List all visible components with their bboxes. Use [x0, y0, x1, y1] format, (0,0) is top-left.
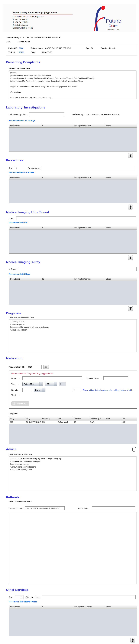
logo-care-re: re: [114, 24, 118, 28]
duration-input[interactable]: [22, 388, 32, 392]
recommended-procedures-link[interactable]: Recommended Procedures: [9, 171, 139, 174]
total-label: Total :: [11, 394, 21, 396]
drug-table-row[interactable]: 880 ESOMEPRAZOLE OD Before Meal 10 Day/s…: [9, 420, 137, 424]
company-name-by: by: [25, 12, 28, 14]
procedures-table-header: Department ID Investigation/Service Stat…: [9, 176, 137, 180]
date-label: Date: [6, 41, 18, 43]
company-name: Future Care by Future Holdings (Pty) Lim…: [13, 11, 73, 14]
consultation-page: Future Care by Future Holdings (Pty) Lim…: [0, 4, 139, 643]
procedures-table-body[interactable]: [9, 180, 137, 203]
age-label: Age :: [86, 47, 91, 49]
xray-table-header: Department ID Investigation/Service Stat…: [9, 277, 137, 281]
referring-doctor-label: Reffering Doctor: [9, 507, 24, 509]
duration-unit-value: Day/s: [34, 388, 42, 392]
way-label: Way :: [11, 383, 21, 385]
other-qty-input[interactable]: [15, 595, 24, 599]
other-delete-button[interactable]: [130, 638, 135, 643]
lab-investigation-input[interactable]: [29, 112, 64, 116]
advice-textarea[interactable]: 1. continue Tab Furosemide 40mg dly, Tab…: [9, 456, 136, 491]
recommended-xray-link[interactable]: Recommended X-Rays: [9, 273, 139, 275]
recommended-other-link[interactable]: Recommended Other Services: [9, 601, 139, 603]
procedures-trash-row: [0, 204, 133, 210]
uss-table-body[interactable]: [9, 230, 137, 254]
section-title-referrals: Refferals: [6, 496, 139, 499]
logo-tagline: Body Mind Soul: [107, 28, 121, 31]
column-header-status: Status: [105, 226, 137, 230]
other-services-input[interactable]: [42, 595, 136, 599]
uss-table: Department ID Investigation/Service Stat…: [9, 226, 137, 254]
recommended-uss-link[interactable]: Recommended USS: [9, 222, 139, 224]
consultant-input[interactable]: [92, 506, 135, 510]
lab-table: Department ID Investigation/Service Stat…: [9, 124, 137, 152]
diagnosis-textarea[interactable]: 1. ?Gouty arthritis 2. Muscle spasms 3. …: [9, 319, 136, 352]
xray-trash-row: [0, 306, 133, 311]
duration-row: Duration : Day/s ▼ Please add as decimal…: [11, 388, 136, 392]
way-qty-input[interactable]: [59, 382, 66, 386]
lab-delete-button[interactable]: [128, 153, 133, 158]
column-header-id: ID: [41, 277, 73, 281]
way-row: Way : Before Meal ▼ OD ▼: [11, 382, 136, 386]
total-row: Total :: [11, 394, 136, 396]
advice-header-row: Advice: [0, 446, 136, 452]
drug-label: Drug :: [11, 377, 21, 380]
column-header-service: Investigation/Service: [73, 124, 105, 128]
uss-label: USS :: [9, 217, 14, 220]
column-header-note: Note: [105, 417, 121, 420]
drug-list-body[interactable]: [9, 424, 137, 444]
trash-icon: [129, 206, 132, 209]
header: Future Care by Future Holdings (Pty) Lim…: [3, 4, 136, 32]
referral-field-row: Reffering Doctor Consultant: [9, 506, 139, 510]
duration-unit-select[interactable]: Day/s ▼: [34, 388, 46, 392]
age-value: 56: [91, 47, 93, 49]
add-drug-button[interactable]: + Add Drug: [11, 401, 29, 406]
company-number: Company No.8417652-2: [13, 27, 73, 29]
xray-input[interactable]: [19, 267, 136, 271]
refresh-prescription-button[interactable]: [43, 364, 49, 369]
visit-id-value: 13191: [19, 51, 24, 53]
circle-plus-icon: +: [13, 402, 16, 405]
column-header-way: Way: [57, 417, 73, 420]
special-notes-input[interactable]: [104, 376, 128, 380]
procedures-qty-input[interactable]: [15, 166, 23, 170]
prescription-id-label: Prescription ID :: [9, 366, 25, 368]
patient-name: Patient Name : MARIE EMILIENNE PEDDOO: [31, 47, 86, 49]
lab-trash-row: [0, 153, 133, 158]
drug-list-label: Drug List: [9, 412, 139, 415]
other-services-label: Other Services :: [26, 596, 40, 598]
section-title-presenting-complaints: Presenting Complaints: [6, 60, 139, 64]
xray-table-body[interactable]: [9, 281, 137, 305]
other-services-field-row: Qty : Other Services :: [9, 595, 139, 599]
advice-label: Enter Doctor's Advice Here: [9, 453, 139, 456]
frequency-select[interactable]: OD ▼: [45, 382, 57, 386]
visit-id: Visit ID : 13191: [8, 51, 31, 53]
visit-date-value: 2024-05-28: [42, 51, 52, 53]
column-header-department: Department: [9, 176, 41, 179]
uss-delete-button[interactable]: [128, 255, 133, 260]
other-table-body[interactable]: [9, 609, 137, 636]
advice-delete-button[interactable]: [131, 446, 136, 452]
special-notes-label: Special Notes :: [87, 377, 101, 380]
lab-table-body[interactable]: [9, 128, 137, 152]
tablet-qty-input[interactable]: [73, 388, 81, 392]
column-header-service: Investigation / Service: [73, 605, 105, 608]
procedures-delete-button[interactable]: [128, 204, 133, 210]
duration-cell: 10: [73, 420, 89, 424]
prescription-id-input[interactable]: [26, 365, 42, 369]
column-header-id: ID: [41, 124, 73, 128]
procedures-input[interactable]: [41, 166, 135, 170]
procedures-qty-label: Qty :: [9, 167, 13, 169]
meal-select[interactable]: Before Meal ▼: [22, 382, 43, 386]
way-cell: Before Meal: [57, 420, 73, 424]
recommended-lab-link[interactable]: Recommended Lab Testings: [9, 120, 139, 122]
column-header-status: Status: [105, 277, 137, 281]
lab-investigation-label: Lab Investingation :: [9, 113, 27, 116]
uss-input[interactable]: [16, 216, 136, 220]
column-header-qty: Qty: [121, 417, 136, 420]
complaints-textarea[interactable]: pt seen, just commenced medications last…: [9, 70, 136, 99]
visit-date-label: Date :: [31, 51, 42, 53]
drug-input[interactable]: [22, 376, 82, 380]
xray-delete-button[interactable]: [128, 306, 133, 311]
referrals-subtitle: Select the needed Refferal: [9, 500, 139, 502]
referring-doctor-input[interactable]: [25, 506, 64, 510]
referral-listbox[interactable]: [9, 512, 136, 584]
